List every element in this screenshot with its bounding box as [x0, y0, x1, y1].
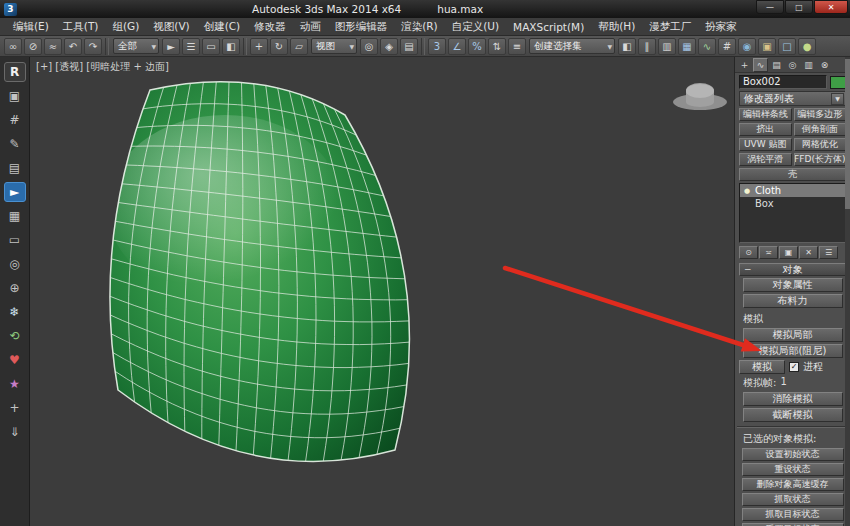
- modifier-button-2[interactable]: 编辑多边形: [794, 108, 847, 121]
- modifier-list-dropdown[interactable]: 修改器列表 ▼: [739, 91, 846, 106]
- minimize-button[interactable]: —: [756, 0, 784, 14]
- state-button-1[interactable]: 设置初始状态: [742, 448, 844, 461]
- modifier-button-4[interactable]: 倒角剖面: [794, 123, 847, 136]
- erase-simulation-button[interactable]: 消除模拟: [743, 392, 843, 406]
- reference-coordinate-select[interactable]: 视图▼: [311, 38, 357, 54]
- modifier-onoff-icon[interactable]: ●: [743, 187, 751, 195]
- simulate-local-damped-button[interactable]: 模拟局部(阻尼): [743, 344, 843, 358]
- modifier-button-9[interactable]: 壳: [739, 168, 846, 181]
- modify-tab[interactable]: ∿: [753, 58, 768, 72]
- menu-item-13[interactable]: 漫梦工厂: [642, 18, 698, 35]
- menu-item-5[interactable]: 创建(C): [197, 18, 248, 35]
- menu-item-3[interactable]: 组(G): [105, 18, 146, 35]
- create-tab[interactable]: +: [737, 58, 752, 72]
- viewcube-icon[interactable]: [673, 83, 727, 110]
- menu-item-6[interactable]: 修改器: [247, 18, 293, 35]
- menu-item-9[interactable]: 渲染(R): [394, 18, 445, 35]
- snowflake-icon[interactable]: ❄: [4, 302, 26, 322]
- object-color-swatch[interactable]: [830, 76, 846, 89]
- render-setup-icon[interactable]: ▣: [758, 38, 776, 55]
- truncate-simulation-button[interactable]: 截断模拟: [743, 408, 843, 422]
- grid-icon[interactable]: #: [4, 110, 26, 130]
- select-scale-icon[interactable]: ▱: [290, 38, 308, 55]
- menu-item-11[interactable]: MAXScript(M): [506, 18, 591, 35]
- state-button-3[interactable]: 删除对象高速缓存: [742, 478, 844, 491]
- menu-item-7[interactable]: 动画: [293, 18, 328, 35]
- menu-item-4[interactable]: 视图(V): [146, 18, 196, 35]
- modifier-button-3[interactable]: 挤出: [739, 123, 792, 136]
- rendered-frame-icon[interactable]: □: [778, 38, 796, 55]
- printer-icon[interactable]: ▭: [4, 230, 26, 250]
- select-object-icon[interactable]: ►: [162, 38, 180, 55]
- rectangular-selection-icon[interactable]: ▭: [202, 38, 220, 55]
- modifier-button-6[interactable]: 网格优化: [794, 138, 847, 151]
- close-button[interactable]: ✕: [814, 0, 848, 14]
- motion-tab[interactable]: ◎: [785, 58, 800, 72]
- cube-icon[interactable]: ▦: [4, 206, 26, 226]
- show-end-result-icon[interactable]: ≍: [759, 246, 778, 259]
- state-button-2[interactable]: 重设状态: [742, 463, 844, 476]
- undo-icon[interactable]: ↶: [64, 38, 82, 55]
- named-selection-sets-combo[interactable]: 创建选择集▼: [529, 38, 615, 54]
- selection-filter-select[interactable]: 全部▼: [113, 38, 159, 54]
- percent-snap-icon[interactable]: %: [468, 38, 486, 55]
- star-icon[interactable]: ★: [4, 374, 26, 394]
- use-pivot-center-icon[interactable]: ◎: [360, 38, 378, 55]
- snap-3d-icon[interactable]: 3: [428, 38, 446, 55]
- cloth-forces-button[interactable]: 布料力: [743, 294, 843, 308]
- select-rotate-icon[interactable]: ↻: [270, 38, 288, 55]
- align-icon[interactable]: ∥: [638, 38, 656, 55]
- viewport-label[interactable]: [+] [透视] [明暗处理 + 边面]: [36, 60, 169, 74]
- angle-snap-icon[interactable]: ∠: [448, 38, 466, 55]
- maximize-button[interactable]: □: [785, 0, 813, 14]
- state-button-5[interactable]: 抓取目标状态: [742, 508, 844, 521]
- menu-item-8[interactable]: 图形编辑器: [328, 18, 395, 35]
- simulate-button[interactable]: 模拟: [739, 360, 785, 374]
- rollout-object-header[interactable]: − 对象: [739, 263, 846, 276]
- simulate-local-button[interactable]: 模拟局部: [743, 328, 843, 342]
- progress-checkbox[interactable]: ✓: [789, 362, 799, 372]
- select-by-name-icon[interactable]: ☰: [182, 38, 200, 55]
- select-cursor-icon[interactable]: ►: [4, 182, 26, 202]
- menu-item-14[interactable]: 扮家家: [698, 18, 744, 35]
- target-icon[interactable]: ◎: [4, 254, 26, 274]
- menu-item-1[interactable]: 编辑(E): [6, 18, 56, 35]
- schematic-view-icon[interactable]: #: [718, 38, 736, 55]
- stack-row-cloth[interactable]: ●Cloth: [740, 184, 845, 197]
- chevrons-down-icon[interactable]: ⇓: [4, 422, 26, 442]
- spinner-snap-icon[interactable]: ⇅: [488, 38, 506, 55]
- gear-icon[interactable]: ⊕: [4, 278, 26, 298]
- modifier-button-8[interactable]: FFD(长方体): [794, 153, 847, 166]
- pin-stack-icon[interactable]: ⊙: [739, 246, 758, 259]
- layer-manager-icon[interactable]: ▥: [658, 38, 676, 55]
- modifier-button-1[interactable]: 编辑样条线: [739, 108, 792, 121]
- panel-scrollbar-thumb[interactable]: [845, 59, 850, 209]
- object-name-field[interactable]: Box002: [739, 75, 827, 89]
- keyboard-override-icon[interactable]: ▤: [400, 38, 418, 55]
- menu-item-12[interactable]: 帮助(H): [591, 18, 642, 35]
- select-move-icon[interactable]: +: [250, 38, 268, 55]
- panel-scrollbar[interactable]: [845, 57, 850, 526]
- curve-editor-icon[interactable]: ∿: [698, 38, 716, 55]
- render-icon[interactable]: ●: [798, 38, 816, 55]
- viewport[interactable]: [+] [透视] [明暗处理 + 边面]: [30, 57, 734, 526]
- redo-icon[interactable]: ↷: [84, 38, 102, 55]
- modifier-button-7[interactable]: 涡轮平滑: [739, 153, 792, 166]
- heart-icon[interactable]: ♥: [4, 350, 26, 370]
- hierarchy-tab[interactable]: ▤: [769, 58, 784, 72]
- select-manipulate-icon[interactable]: ◈: [380, 38, 398, 55]
- display-tab[interactable]: ▥: [801, 58, 816, 72]
- select-and-link-icon[interactable]: ∞: [4, 38, 22, 55]
- graphite-ribbon-icon[interactable]: ▦: [678, 38, 696, 55]
- utilities-tab[interactable]: ⊗: [817, 58, 832, 72]
- plus-icon[interactable]: +: [4, 398, 26, 418]
- menu-item-10[interactable]: 自定义(U): [445, 18, 506, 35]
- remove-modifier-icon[interactable]: ✕: [799, 246, 818, 259]
- pencil-icon[interactable]: ✎: [4, 134, 26, 154]
- window-crossing-icon[interactable]: ◧: [222, 38, 240, 55]
- menu-item-2[interactable]: 工具(T): [56, 18, 106, 35]
- make-unique-icon[interactable]: ▣: [779, 246, 798, 259]
- recycle-icon[interactable]: ⟲: [4, 326, 26, 346]
- image-icon[interactable]: ▣: [4, 86, 26, 106]
- ribbon-logo[interactable]: R: [4, 62, 26, 82]
